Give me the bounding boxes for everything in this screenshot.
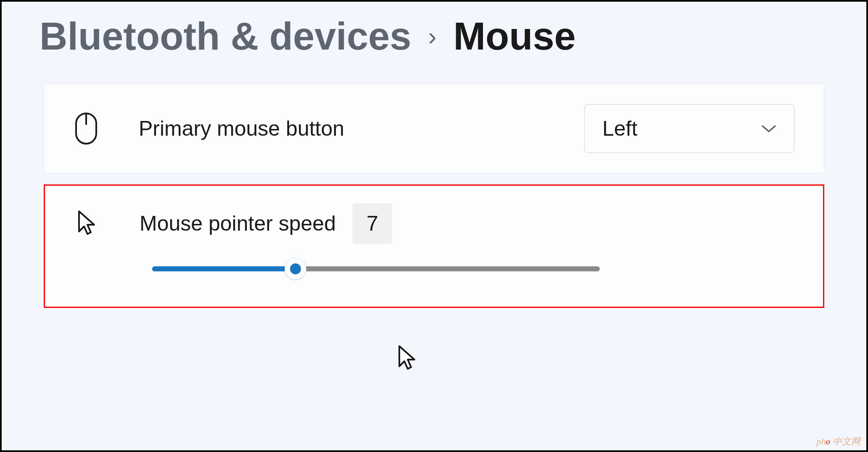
cursor-overlay-icon bbox=[397, 344, 419, 375]
slider-fill bbox=[152, 266, 295, 271]
slider-thumb[interactable] bbox=[285, 258, 306, 280]
pointer-speed-label: Mouse pointer speed bbox=[140, 211, 336, 236]
chevron-right-icon: › bbox=[428, 22, 436, 51]
primary-mouse-button-card: Primary mouse button Left bbox=[44, 84, 824, 173]
watermark: pho 中文网 bbox=[817, 435, 861, 448]
pointer-speed-value: 7 bbox=[353, 203, 392, 244]
mouse-icon bbox=[74, 112, 99, 145]
dropdown-value: Left bbox=[602, 116, 637, 141]
pointer-speed-slider[interactable] bbox=[152, 256, 600, 281]
primary-button-label: Primary mouse button bbox=[139, 116, 344, 141]
breadcrumb-current: Mouse bbox=[453, 14, 575, 58]
primary-button-dropdown[interactable]: Left bbox=[584, 104, 794, 153]
mouse-pointer-speed-card: Mouse pointer speed 7 bbox=[44, 184, 824, 308]
chevron-down-icon bbox=[761, 124, 776, 133]
breadcrumb-parent[interactable]: Bluetooth & devices bbox=[40, 14, 411, 58]
breadcrumb: Bluetooth & devices › Mouse bbox=[2, 2, 866, 84]
cursor-icon bbox=[74, 210, 100, 237]
